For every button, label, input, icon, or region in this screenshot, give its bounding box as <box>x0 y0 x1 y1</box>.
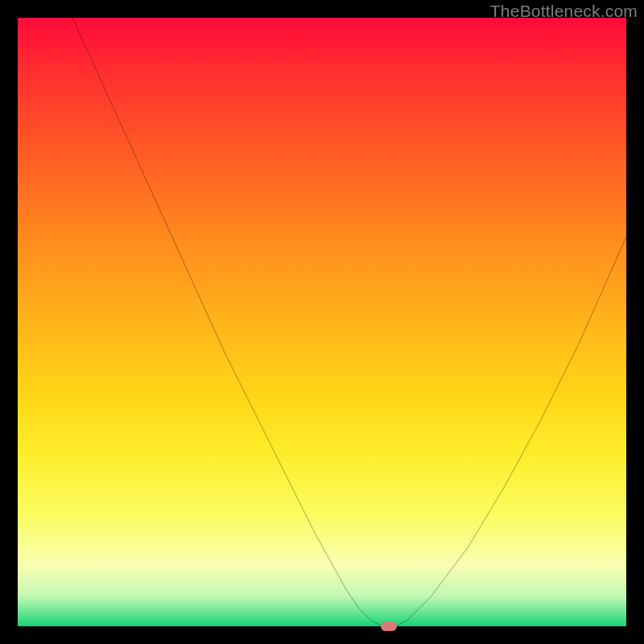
optimum-marker <box>381 621 397 631</box>
watermark-text: TheBottleneck.com <box>490 2 638 21</box>
chart-frame: TheBottleneck.com <box>0 0 644 644</box>
chart-background-gradient <box>18 18 626 626</box>
